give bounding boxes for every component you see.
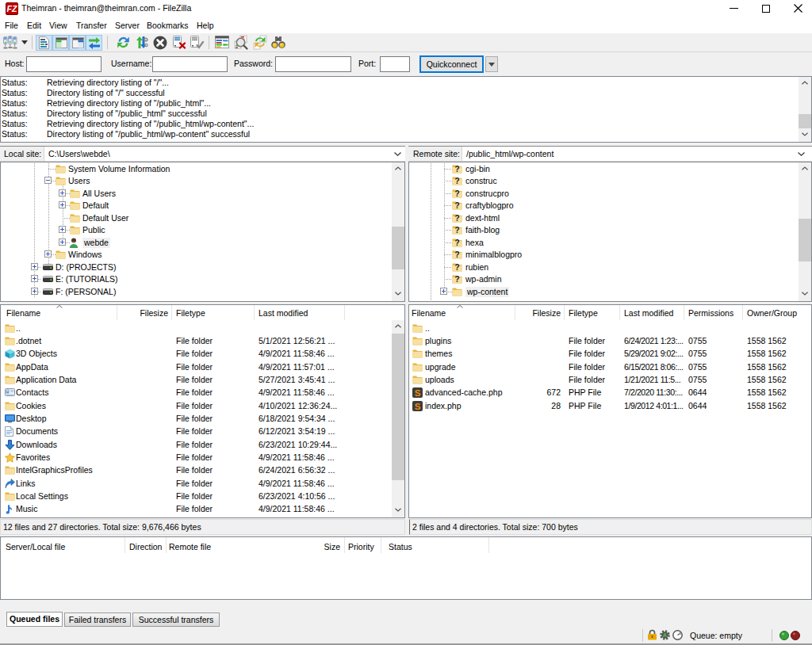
svg-text:?: ? [454, 275, 459, 284]
svg-text:?: ? [454, 226, 459, 235]
svg-text:?: ? [454, 250, 459, 259]
svg-text:?: ? [454, 201, 459, 210]
svg-text:?: ? [454, 239, 459, 247]
svg-text:S: S [415, 388, 421, 398]
svg-text:?: ? [454, 214, 459, 223]
svg-text:?: ? [454, 189, 459, 198]
svg-text:?: ? [454, 165, 459, 174]
svg-text:?: ? [454, 263, 459, 272]
svg-text:?: ? [454, 177, 459, 185]
svg-text:S: S [415, 401, 421, 410]
svg-text:FZ: FZ [7, 4, 17, 13]
svg-text:A: A [663, 632, 668, 639]
